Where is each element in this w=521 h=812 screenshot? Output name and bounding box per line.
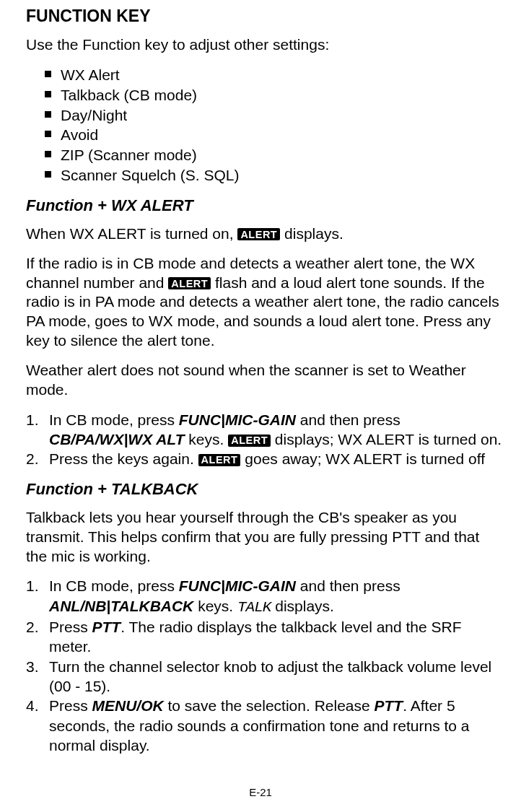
wx-paragraph-1: When WX ALERT is turned on, ALERT displa… — [26, 224, 502, 244]
text: displays; WX ALERT is turned on. — [271, 431, 502, 448]
text: goes away; WX ALERT is turned off — [240, 450, 485, 467]
step-item: Press the keys again. ALERT goes away; W… — [26, 449, 502, 468]
page-number: E-21 — [0, 785, 521, 799]
alert-icon: ALERT — [237, 228, 280, 240]
step-item: Turn the channel selector knob to adjust… — [26, 657, 502, 697]
alert-icon: ALERT — [228, 435, 271, 447]
step-item: In CB mode, press FUNC|MIC-GAIN and then… — [26, 410, 502, 450]
settings-list: WX Alert Talkback (CB mode) Day/Night Av… — [26, 65, 502, 185]
text: and then press — [296, 411, 400, 428]
step-item: Press PTT. The radio displays the talkba… — [26, 617, 502, 657]
text: When WX ALERT is turned on, — [26, 225, 237, 242]
text: and then press — [296, 577, 400, 594]
alert-icon: ALERT — [168, 277, 211, 289]
text: Press — [49, 619, 92, 635]
text: keys. — [193, 598, 237, 614]
key-label: FUNC|MIC-GAIN — [179, 411, 296, 428]
list-item: Avoid — [45, 125, 502, 145]
subheading-talkback: Function + TALKBACK — [26, 479, 502, 499]
list-item: ZIP (Scanner mode) — [45, 145, 502, 165]
section-title: FUNCTION KEY — [26, 6, 502, 27]
text: In CB mode, press — [49, 577, 179, 594]
step-item: In CB mode, press FUNC|MIC-GAIN and then… — [26, 576, 502, 617]
key-label: ANL/NB|TALKBACK — [49, 598, 193, 614]
wx-paragraph-3: Weather alert does not sound when the sc… — [26, 361, 502, 400]
list-item: Scanner Squelch (S. SQL) — [45, 165, 502, 185]
tb-steps: In CB mode, press FUNC|MIC-GAIN and then… — [26, 576, 502, 755]
list-item: Day/Night — [45, 105, 502, 126]
text: keys. — [184, 431, 228, 448]
wx-steps: In CB mode, press FUNC|MIC-GAIN and then… — [26, 410, 502, 469]
intro-text: Use the Function key to adjust other set… — [26, 35, 502, 55]
lcd-text: TALK — [237, 599, 271, 616]
text: to save the selection. Release — [164, 697, 375, 714]
text: In CB mode, press — [49, 411, 179, 428]
list-item: WX Alert — [45, 65, 502, 85]
text: displays. — [280, 225, 343, 242]
wx-paragraph-2: If the radio is in CB mode and detects a… — [26, 254, 502, 351]
key-label: CB/PA/WX|WX ALT — [49, 431, 184, 448]
alert-icon: ALERT — [198, 454, 241, 466]
key-label: PTT — [375, 697, 403, 714]
key-label: MENU/OK — [92, 697, 164, 714]
subheading-wx-alert: Function + WX ALERT — [26, 196, 502, 216]
tb-paragraph-1: Talkback lets you hear yourself through … — [26, 508, 502, 567]
text: displays. — [271, 598, 334, 614]
key-label: PTT — [92, 619, 121, 635]
step-item: Press MENU/OK to save the selection. Rel… — [26, 696, 502, 755]
list-item: Talkback (CB mode) — [45, 85, 502, 105]
text: Press — [49, 697, 92, 714]
text: Press the keys again. — [49, 450, 198, 467]
key-label: FUNC|MIC-GAIN — [179, 577, 296, 594]
